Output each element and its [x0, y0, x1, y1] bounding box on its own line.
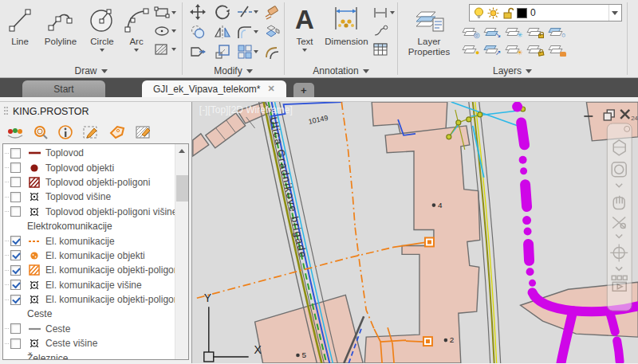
layer-row[interactable]: El. komunikacije objekti-poligoni — [3, 263, 188, 277]
erase-button[interactable] — [263, 3, 281, 21]
viewport-controls-label[interactable]: [-][Top][2D Wireframe] — [199, 104, 293, 115]
mirror-button[interactable] — [214, 23, 231, 41]
new-tab-button[interactable]: + — [293, 83, 314, 97]
map-canvas[interactable]: 10149 — [192, 102, 638, 363]
fillet-dropdown-icon[interactable] — [254, 30, 258, 36]
layer-row[interactable]: El. komunikacije objekti — [3, 249, 188, 263]
info-icon[interactable] — [57, 124, 73, 140]
table-button[interactable] — [372, 41, 395, 57]
rotate-button[interactable] — [214, 3, 231, 21]
layer-checkbox[interactable] — [10, 295, 21, 305]
status-dots-icon[interactable] — [6, 124, 24, 140]
fillet-button[interactable] — [236, 23, 258, 41]
layer-group-label: Ceste — [27, 308, 52, 319]
layer-checkbox[interactable] — [10, 148, 21, 159]
trim-dropdown-icon[interactable] — [254, 10, 258, 16]
bulb-icon — [474, 7, 484, 19]
layer-checkbox[interactable] — [10, 162, 21, 173]
copy-button[interactable] — [189, 23, 207, 41]
rectangle-button[interactable] — [154, 5, 176, 21]
layer-freeze-button[interactable]: ✳ — [506, 25, 522, 38]
layer-checkbox[interactable] — [10, 177, 21, 187]
layer-combo-dropdown-icon[interactable] — [608, 5, 620, 21]
layer-lock-button[interactable] — [527, 25, 543, 38]
ellipse-dropdown-icon[interactable] — [171, 29, 176, 35]
tab-drawing[interactable]: GJI_ek_Vipava_telekom* ✕ — [142, 80, 286, 97]
text-button[interactable]: A Text — [287, 2, 322, 64]
layer-row[interactable]: Toplovod objekti-poligoni višine — [3, 205, 188, 219]
hatch-button[interactable] — [154, 41, 176, 57]
layer-checkbox[interactable] — [10, 280, 21, 290]
layer-row[interactable]: Ceste — [3, 322, 188, 336]
layer-row[interactable]: El. komunikacije višine — [3, 278, 188, 292]
layer-isolate-button[interactable]: ◎ — [463, 25, 478, 38]
scale-button[interactable] — [214, 43, 231, 61]
svg-text:4: 4 — [438, 201, 443, 209]
layer-row[interactable]: Toplovod višine — [3, 190, 188, 204]
layer-row[interactable]: Toplovod objekti — [3, 160, 188, 174]
layers-panel-footer[interactable]: Layers — [398, 64, 627, 77]
layer-checkbox[interactable] — [10, 206, 21, 217]
circle-dropdown-icon[interactable] — [100, 49, 104, 54]
layer-checkbox[interactable] — [10, 250, 21, 260]
text-dropdown-icon[interactable] — [302, 49, 307, 54]
layer-unlock-button[interactable] — [527, 43, 543, 56]
layer-color-swatch[interactable] — [517, 8, 527, 18]
line-button[interactable]: Line — [2, 2, 37, 64]
explode-icon — [263, 23, 281, 41]
layer-checkbox[interactable] — [10, 323, 21, 334]
trim-button[interactable] — [236, 3, 258, 21]
tag-icon[interactable] — [108, 124, 126, 140]
circle-button[interactable]: Circle — [84, 2, 120, 64]
search-icon[interactable] — [33, 124, 49, 140]
layer-thaw-button[interactable]: ☀ — [506, 43, 522, 56]
layer-checkbox[interactable] — [10, 236, 21, 246]
offset-button[interactable] — [263, 43, 281, 61]
array-dropdown-icon[interactable] — [254, 50, 258, 56]
layer-list-scrollbar[interactable] — [175, 144, 188, 359]
layer-off-button[interactable]: ↘ — [484, 25, 500, 38]
drawing-area[interactable]: 10149 — [191, 102, 638, 363]
layer-properties-button[interactable]: Layer Properties — [400, 2, 458, 64]
arc-button[interactable]: Arc — [120, 2, 152, 64]
layer-row[interactable]: Toplovod objekti-poligoni — [3, 175, 188, 190]
layer-checkbox[interactable] — [10, 339, 21, 349]
arc-dropdown-icon[interactable] — [134, 49, 139, 54]
scrollbar-up-icon[interactable] — [175, 144, 188, 157]
panel-grip-icon[interactable] — [4, 107, 6, 108]
hatch-dropdown-icon[interactable] — [171, 48, 176, 53]
tab-start[interactable]: Start — [22, 80, 105, 97]
layer-row[interactable]: Toplovod — [3, 146, 188, 160]
layer-checkbox[interactable] — [10, 192, 21, 202]
dimension-button[interactable]: Dimension — [322, 2, 371, 64]
multileader-button[interactable] — [372, 23, 395, 39]
layer-row[interactable]: Ceste višine — [3, 336, 188, 350]
panel-titlebar[interactable]: KING.PROSTOR — [0, 102, 191, 121]
edit-hatch-icon[interactable] — [135, 124, 152, 140]
layer-checkbox[interactable] — [10, 265, 21, 276]
linear-dimension-dropdown-icon[interactable] — [390, 11, 395, 17]
stretch-button[interactable] — [189, 43, 207, 61]
tab-close-icon[interactable]: ✕ — [268, 84, 275, 94]
draw-panel-footer[interactable]: Draw — [0, 64, 182, 77]
layer-on-button[interactable]: ● — [463, 43, 478, 56]
polyline-button[interactable]: Polyline — [37, 2, 84, 64]
panel-toolbar — [0, 121, 191, 143]
layer-combo[interactable]: 0 — [469, 4, 622, 22]
annotation-panel-footer[interactable]: Annotation — [285, 64, 397, 77]
modify-panel-footer[interactable]: Modify — [183, 64, 284, 77]
ellipse-button[interactable] — [154, 23, 176, 39]
layer-row[interactable]: El. komunikacije — [3, 233, 188, 248]
scrollbar-thumb[interactable] — [176, 175, 188, 202]
layer-match-button[interactable]: ○ — [549, 25, 565, 38]
layer-walk-button[interactable]: ↗ — [484, 43, 500, 56]
edit-selection-icon[interactable] — [82, 124, 100, 140]
layer-row[interactable]: El. komunikacije objekti-poligoni — [3, 292, 188, 307]
move-button[interactable] — [189, 3, 207, 21]
rectangle-dropdown-icon[interactable] — [171, 11, 176, 17]
layer-select-button[interactable] — [549, 43, 565, 56]
linear-dimension-button[interactable] — [372, 5, 395, 21]
explode-button[interactable] — [263, 23, 281, 41]
array-button[interactable] — [236, 43, 258, 61]
layer-tools-grid: ◎ ↘ ✳ ○ ● ↗ ☀ — [459, 23, 622, 58]
